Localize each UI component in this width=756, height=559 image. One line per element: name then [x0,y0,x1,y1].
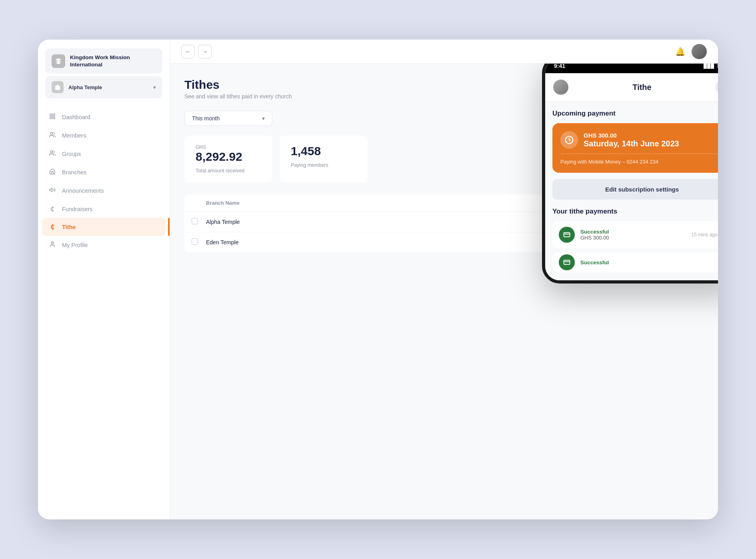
filter-select[interactable]: This month ▾ [184,111,272,126]
chevron-down-icon: ▾ [153,84,156,90]
branches-icon [48,168,56,176]
avatar [692,44,707,59]
svg-rect-9 [564,233,570,237]
nav-list: Dashboard Members Groups Branches [38,108,170,519]
tithe-payments-label: Your tithe payments [552,208,718,216]
sidebar-item-dashboard[interactable]: Dashboard [42,108,166,126]
svg-point-5 [50,151,52,153]
phone-user-avatar [553,80,568,95]
stat-card-amount: GHS 8,292.92 Total amount received [184,136,272,182]
sidebar-item-tithe[interactable]: ₵ Tithe [42,218,166,236]
svg-rect-11 [564,260,570,265]
payment-history-item-2[interactable]: Successful [552,252,718,272]
stat-value-members: 1,458 [291,144,356,158]
payment-amount-1: GHS 300.00 [580,235,686,241]
upcoming-label: Upcoming payment [552,110,718,118]
payment-date: Saturday, 14th June 2023 [584,139,679,148]
sidebar: Kingdom Work Mission International Alpha… [38,40,170,519]
svg-marker-6 [50,188,52,192]
fundraisers-label: Fundraisers [62,206,93,212]
top-bar-right: 🔔 [675,44,707,59]
announcements-icon [48,187,56,195]
payment-amount: GHS 300.00 [584,132,679,139]
tithe-icon: ₵ [48,223,56,231]
filter-label: This month [192,115,220,122]
sidebar-item-myprofile[interactable]: My Profile [42,236,166,254]
top-bar: ← → 🔔 [170,40,718,64]
payment-success-icon-2 [559,254,575,270]
svg-point-4 [50,132,52,134]
wifi-icon: ⌘ [716,64,718,69]
stat-value-amount: 8,292.92 [196,150,261,164]
sidebar-item-groups[interactable]: Groups [42,145,166,163]
main-content: ← → 🔔 Tithes See and view all tithes pai… [170,40,718,519]
branches-label: Branches [62,169,86,176]
announcements-label: Announcements [62,188,104,194]
clock-icon [560,131,578,149]
phone-header: Tithe ≡ [545,73,718,102]
groups-label: Groups [62,151,81,157]
svg-rect-0 [50,114,52,116]
phone-content: Upcoming payment GHS 300.00 Saturday, 14… [545,102,718,280]
phone-time: 9:41 [554,64,565,69]
payment-info: GHS 300.00 Saturday, 14th June 2023 [584,132,679,148]
phone-menu-icon[interactable]: ≡ [716,80,718,95]
back-button[interactable]: ← [181,45,195,58]
svg-point-7 [51,242,53,244]
filter-caret-icon: ▾ [262,115,265,122]
nav-arrows: ← → [181,45,212,58]
sidebar-item-members[interactable]: Members [42,126,166,145]
phone-body: Tithe ≡ Upcoming payment GHS 300.00 [545,73,718,280]
payment-status-2: Successful [580,260,718,266]
forward-button[interactable]: → [198,45,212,58]
payment-success-icon-1 [559,227,575,243]
branch-block[interactable]: Alpha Temple ▾ [45,76,162,98]
row2-check[interactable] [192,238,206,246]
payment-method: Paying with Mobile Money – 0244 234 234 [560,159,718,165]
groups-icon [48,150,56,158]
payment-history-item-1[interactable]: Successful GHS 300.00 15 mins ago › [552,221,718,248]
members-label: Members [62,132,86,139]
phone-notch [614,64,670,71]
branch-icon [52,81,64,93]
stat-footer-members: Paying members [291,162,356,168]
payment-divider [560,154,718,154]
stat-footer-amount: Total amount received [196,168,261,174]
org-name: Kingdom Work Mission International [70,54,156,68]
phone-icons: ▉▉▉ ⌘ ▓▓ [704,64,718,69]
stat-card-members: 1,458 Paying members [280,136,368,182]
dashboard-icon [48,113,56,121]
payment-status-1: Successful [580,229,686,235]
signal-icon: ▉▉▉ [704,64,714,69]
phone-screen-title: Tithe [632,83,651,92]
stat-currency: GHS [196,144,261,150]
branch-name: Alpha Temple [68,84,102,90]
members-icon [48,132,56,140]
payment-card: GHS 300.00 Saturday, 14th June 2023 Payi… [552,123,718,173]
row1-check[interactable] [192,218,206,226]
sidebar-item-fundraisers[interactable]: ₵ Fundraisers [42,200,166,218]
payment-card-top: GHS 300.00 Saturday, 14th June 2023 [560,131,718,149]
payment-hist-info-1: Successful GHS 300.00 [580,229,686,241]
svg-rect-2 [50,117,52,119]
payment-hist-info-2: Successful [580,260,718,266]
payment-time-1: 15 mins ago [691,232,717,238]
phone-mockup: 9:41 ▉▉▉ ⌘ ▓▓ Tithe ≡ Upcoming [542,64,718,283]
page-body: Tithes See and view all tithes paid in e… [170,64,718,519]
fundraisers-icon: ₵ [48,205,56,213]
myprofile-label: My Profile [62,242,88,248]
tithe-label: Tithe [62,224,76,230]
phone-status-bar: 9:41 ▉▉▉ ⌘ ▓▓ [545,64,718,73]
sidebar-item-branches[interactable]: Branches [42,163,166,182]
org-block[interactable]: Kingdom Work Mission International [45,48,162,74]
svg-rect-1 [53,114,55,116]
bell-icon[interactable]: 🔔 [675,47,685,56]
myprofile-icon [48,241,56,249]
svg-rect-3 [53,117,55,119]
org-icon [52,54,65,68]
dashboard-label: Dashboard [62,114,90,120]
edit-subscription-button[interactable]: Edit subscription settings [552,179,718,200]
sidebar-item-announcements[interactable]: Announcements [42,182,166,200]
